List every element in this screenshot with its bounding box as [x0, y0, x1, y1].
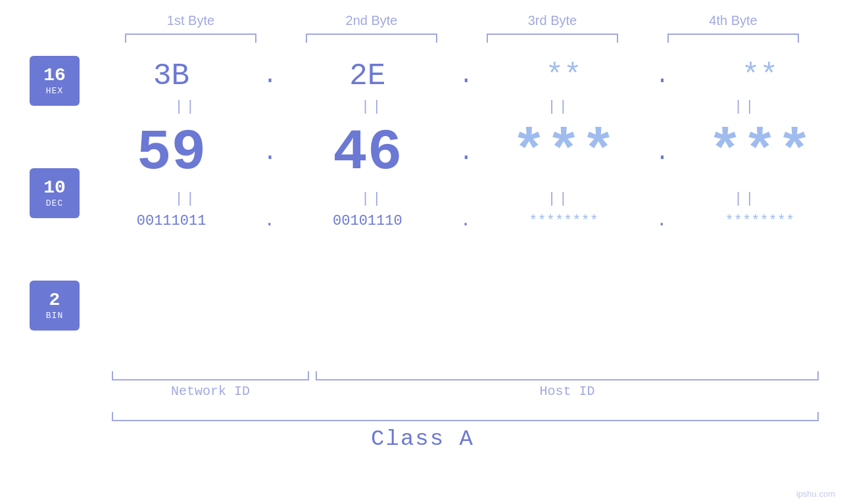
hex-byte-2: 2E	[302, 59, 433, 93]
hex-byte-1: 3B	[106, 59, 237, 93]
dec-dot-2: .	[459, 141, 472, 165]
bottom-brackets	[112, 371, 819, 380]
bin-dot-2: .	[459, 212, 472, 229]
bin-row: 00111011 . 00101110 . ******** . *******…	[86, 212, 845, 229]
watermark: ipshu.com	[796, 489, 835, 499]
dec-row: 59 . 46 . *** . ***	[86, 120, 845, 185]
bin-number: 2	[49, 290, 60, 311]
host-bracket	[316, 371, 819, 380]
equals-7: ||	[487, 191, 631, 207]
byte-header-1: 1st Byte	[118, 13, 263, 28]
bin-byte-2: 00101110	[302, 213, 433, 229]
dec-byte-2: 46	[302, 120, 433, 185]
hex-dot-3: .	[655, 64, 668, 88]
network-id-label: Network ID	[112, 384, 309, 399]
network-bracket	[112, 371, 309, 380]
byte-header-4: 4th Byte	[661, 13, 806, 28]
equals-2: ||	[300, 99, 445, 115]
hex-dot-1: .	[263, 64, 276, 88]
bin-dot-3: .	[655, 212, 668, 229]
equals-row-1: || || || ||	[86, 99, 845, 115]
dec-byte-3: ***	[498, 120, 629, 185]
byte-header-2: 2nd Byte	[299, 13, 444, 28]
bracket-3	[487, 34, 618, 43]
dec-dot-1: .	[263, 141, 276, 165]
equals-3: ||	[487, 99, 631, 115]
dec-number: 10	[43, 178, 66, 198]
class-label: Class A	[0, 426, 845, 451]
bracket-2	[306, 34, 437, 43]
byte-header-3: 3rd Byte	[480, 13, 625, 28]
bin-byte-4: ********	[694, 213, 825, 229]
byte-brackets-row	[101, 34, 824, 43]
bin-byte-3: ********	[498, 213, 629, 229]
equals-4: ||	[673, 99, 817, 115]
equals-8: ||	[673, 191, 817, 207]
bottom-section: Network ID Host ID Class A	[0, 371, 845, 451]
equals-row-2: || || || ||	[86, 191, 845, 207]
hex-byte-3: **	[498, 59, 629, 93]
full-bracket	[112, 412, 819, 421]
bracket-1	[125, 34, 256, 43]
rows-container: 3B . 2E . ** . ** || || || || 59 . 46 .	[86, 56, 845, 229]
bin-badge: 2 BIN	[30, 281, 80, 331]
hex-dot-2: .	[459, 64, 472, 88]
bin-byte-1: 00111011	[106, 213, 237, 229]
equals-6: ||	[300, 191, 445, 207]
dec-name: DEC	[46, 198, 63, 208]
base-labels: 16 HEX 10 DEC 2 BIN	[30, 56, 80, 331]
host-id-label: Host ID	[316, 384, 819, 399]
content-area: 16 HEX 10 DEC 2 BIN 3B . 2E . ** . **	[0, 56, 845, 331]
bin-dot-1: .	[263, 212, 276, 229]
hex-number: 16	[43, 66, 66, 86]
hex-byte-4: **	[694, 59, 825, 93]
bin-name: BIN	[46, 311, 63, 321]
hex-badge: 16 HEX	[30, 56, 80, 106]
equals-1: ||	[114, 99, 258, 115]
dec-byte-1: 59	[106, 120, 237, 185]
bracket-4	[667, 34, 799, 43]
dec-dot-3: .	[655, 141, 668, 165]
hex-name: HEX	[46, 86, 63, 96]
equals-5: ||	[114, 191, 258, 207]
dec-byte-4: ***	[694, 120, 825, 185]
dec-badge: 10 DEC	[30, 168, 80, 218]
byte-headers: 1st Byte 2nd Byte 3rd Byte 4th Byte	[101, 13, 824, 28]
main-container: 1st Byte 2nd Byte 3rd Byte 4th Byte 16 H…	[0, 0, 845, 504]
hex-row: 3B . 2E . ** . **	[86, 59, 845, 93]
bottom-labels: Network ID Host ID	[112, 384, 819, 399]
